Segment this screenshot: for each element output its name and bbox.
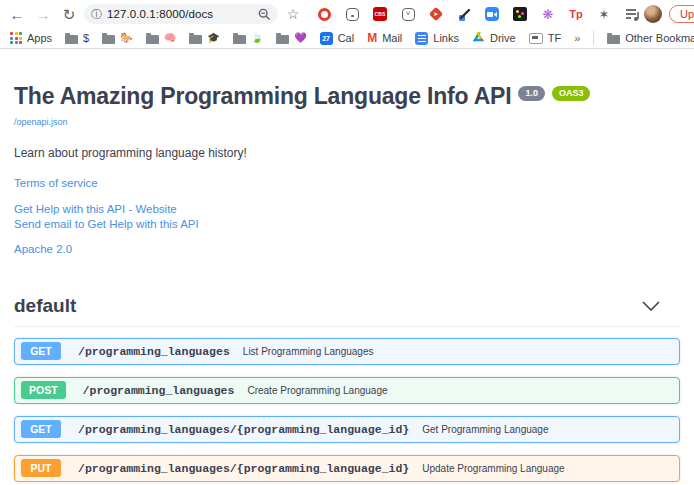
- reload-icon[interactable]: ↻: [58, 3, 80, 25]
- bookmark-apps[interactable]: Apps: [10, 32, 52, 44]
- bookmark-label: Mail: [382, 32, 402, 44]
- endpoint-path: /programming_languages: [78, 345, 230, 358]
- bookmark-folder-grad[interactable]: 🎓: [189, 33, 219, 44]
- gmail-icon: M: [367, 32, 377, 44]
- bookmark-tf[interactable]: TF: [529, 32, 561, 44]
- folder-icon: [189, 35, 202, 44]
- oas3-badge: OAS3: [552, 86, 591, 101]
- endpoint-get-list[interactable]: GET /programming_languages List Programm…: [14, 338, 680, 365]
- bookmark-folder-heart[interactable]: 💜: [276, 33, 306, 44]
- profile-avatar[interactable]: [644, 5, 662, 23]
- drive-icon: [472, 32, 485, 44]
- bookmark-calendar[interactable]: 27 Cal: [320, 32, 355, 45]
- bookmark-label: 🐎: [120, 33, 132, 43]
- bookmark-label: 💜: [294, 33, 306, 43]
- folder-icon: [233, 35, 246, 44]
- playlist-extension-icon[interactable]: [624, 6, 640, 22]
- bookmark-mail[interactable]: M Mail: [367, 32, 402, 44]
- update-button-label: Update: [680, 8, 694, 20]
- page-title: The Amazing Programming Language Info AP…: [14, 83, 511, 111]
- bookmark-label: TF: [548, 32, 561, 44]
- version-badge: 1.0: [518, 86, 545, 101]
- bookmark-label: $: [83, 32, 89, 44]
- endpoint-path: /programming_languages: [83, 384, 235, 397]
- browser-toolbar: ← → ↻ ⓘ 127.0.0.1:8000/docs ☆ CBS ˅ ➤ ❋ …: [0, 0, 694, 28]
- endpoint-list: GET /programming_languages List Programm…: [14, 338, 680, 485]
- cbs-extension-label: CBS: [373, 7, 387, 21]
- endpoint-path: /programming_languages/{programming_lang…: [78, 462, 409, 475]
- chat-bubble-extension-icon[interactable]: [344, 6, 360, 22]
- method-badge: PUT: [21, 459, 61, 478]
- endpoint-summary: List Programming Languages: [243, 346, 374, 357]
- back-icon[interactable]: ←: [6, 3, 28, 25]
- license-link[interactable]: Apache 2.0: [14, 242, 680, 256]
- bookmark-label: Other Bookmarks: [625, 32, 694, 44]
- chevron-down-icon[interactable]: [642, 301, 660, 311]
- bookmark-label: 🍃: [251, 33, 263, 43]
- endpoint-summary: Create Programming Language: [247, 385, 387, 396]
- purple-flower-extension-icon[interactable]: ❋: [540, 6, 556, 22]
- tp-extension-icon[interactable]: Tp: [568, 6, 584, 22]
- red-ring-extension-icon[interactable]: [316, 6, 332, 22]
- bookmark-folder-brain[interactable]: 🧠: [146, 33, 176, 44]
- api-description: Learn about programming language history…: [14, 146, 680, 160]
- pocket-extension-icon[interactable]: ˅: [400, 6, 416, 22]
- folder-icon: [146, 35, 159, 44]
- folder-icon: [65, 35, 78, 44]
- openapi-json-link[interactable]: /openapi.json: [14, 117, 68, 127]
- other-bookmarks[interactable]: Other Bookmarks: [607, 32, 694, 44]
- tf-favicon: [529, 33, 543, 44]
- help-email-link[interactable]: Send email to Get Help with this API: [14, 217, 680, 231]
- color-picker-extension-icon[interactable]: [456, 6, 472, 22]
- cbs-extension-icon[interactable]: CBS: [372, 6, 388, 22]
- zoom-out-icon[interactable]: [258, 8, 271, 21]
- bookmark-star-icon[interactable]: ☆: [282, 3, 304, 25]
- bookmark-drive[interactable]: Drive: [472, 32, 516, 44]
- bookmark-label: Links: [433, 32, 459, 44]
- section-title: default: [14, 295, 76, 317]
- endpoint-path: /programming_languages/{programming_lang…: [78, 423, 409, 436]
- endpoint-post-create[interactable]: POST /programming_languages Create Progr…: [14, 377, 680, 404]
- folder-icon: [276, 35, 289, 44]
- url-text[interactable]: 127.0.0.1:8000/docs: [107, 8, 253, 20]
- folder-icon: [102, 35, 115, 44]
- links-icon: [415, 32, 428, 45]
- bookmark-label: 🎓: [207, 33, 219, 43]
- bookmark-folder-leaf[interactable]: 🍃: [233, 33, 263, 44]
- forward-icon[interactable]: →: [32, 3, 54, 25]
- method-badge: POST: [21, 381, 66, 400]
- terms-of-service-link[interactable]: Terms of service: [14, 176, 680, 190]
- method-badge: GET: [21, 342, 61, 361]
- bookmark-label: 🧠: [164, 33, 176, 43]
- video-camera-extension-icon[interactable]: [484, 6, 500, 22]
- bookmarks-separator: [593, 31, 594, 45]
- section-default-header[interactable]: default: [14, 289, 680, 327]
- endpoint-summary: Update Programming Language: [422, 463, 564, 474]
- bookmark-folder-dollar[interactable]: $: [65, 32, 89, 44]
- bookmarks-bar: Apps $ 🐎 🧠 🎓 🍃 💜 27 Cal M Mail Links: [0, 28, 694, 49]
- page-info-icon[interactable]: ⓘ: [91, 7, 102, 22]
- address-bar[interactable]: ⓘ 127.0.0.1:8000/docs: [84, 4, 278, 24]
- endpoint-put-update[interactable]: PUT /programming_languages/{programming_…: [14, 455, 680, 482]
- bookmark-label: Drive: [490, 32, 516, 44]
- bookmarks-overflow-icon[interactable]: »: [574, 32, 580, 44]
- pattern-grid-extension-icon[interactable]: [512, 6, 528, 22]
- swagger-docs-page: The Amazing Programming Language Info AP…: [0, 49, 694, 485]
- bookmark-label: Apps: [27, 32, 52, 44]
- bookmark-folder-horse[interactable]: 🐎: [102, 33, 132, 44]
- bookmark-links[interactable]: Links: [415, 32, 459, 45]
- folder-icon: [607, 35, 620, 44]
- endpoint-summary: Get Programming Language: [422, 424, 548, 435]
- diamond-arrow-extension-icon[interactable]: ➤: [428, 6, 444, 22]
- extensions-bar: CBS ˅ ➤ ❋ Tp ✶: [316, 6, 640, 22]
- endpoint-get-one[interactable]: GET /programming_languages/{programming_…: [14, 416, 680, 443]
- help-website-link[interactable]: Get Help with this API - Website: [14, 202, 680, 216]
- sparkle-extension-icon[interactable]: ✶: [596, 6, 612, 22]
- method-badge: GET: [21, 420, 61, 439]
- calendar-icon: 27: [320, 32, 333, 45]
- update-button[interactable]: Update ⋮: [669, 5, 694, 23]
- bookmark-label: Cal: [338, 32, 355, 44]
- apps-grid-icon: [10, 32, 22, 44]
